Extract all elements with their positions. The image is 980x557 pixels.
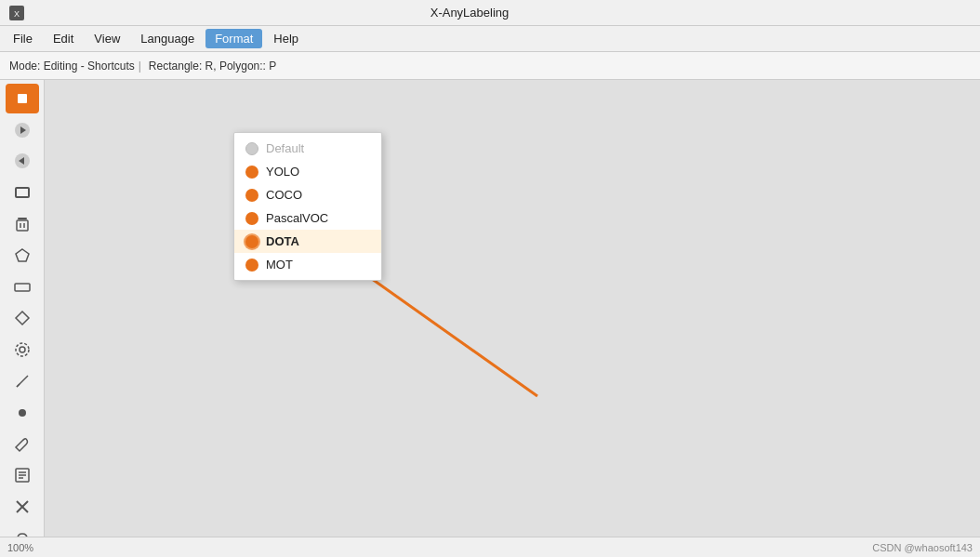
format-dot-dota bbox=[245, 235, 258, 248]
titlebar: X X-AnyLabeling bbox=[0, 0, 980, 26]
svg-marker-13 bbox=[16, 249, 29, 261]
zoom-level: 100% bbox=[7, 542, 33, 553]
arrow-annotation bbox=[45, 80, 980, 557]
svg-point-20 bbox=[19, 409, 26, 417]
settings-tool[interactable] bbox=[6, 335, 39, 365]
format-option-coco[interactable]: COCO bbox=[234, 183, 381, 206]
next-tool[interactable] bbox=[6, 115, 39, 145]
bottombar: 100% CSDN @whaosoft143 bbox=[0, 537, 980, 557]
shortcuts-text: Rectangle: R, Polygon:: P bbox=[149, 60, 276, 73]
svg-rect-8 bbox=[16, 188, 29, 197]
menu-item-edit[interactable]: Edit bbox=[44, 29, 83, 48]
menu-item-format[interactable]: Format bbox=[205, 29, 262, 48]
format-dot-mot bbox=[245, 259, 258, 272]
prev-tool[interactable] bbox=[6, 147, 39, 177]
format-option-dota[interactable]: DOTA bbox=[234, 230, 381, 253]
svg-rect-10 bbox=[17, 220, 28, 231]
menubar: File Edit View Language Format Help bbox=[0, 26, 980, 52]
toolbar bbox=[0, 80, 45, 557]
svg-marker-15 bbox=[16, 312, 29, 325]
pencil-tool[interactable] bbox=[6, 366, 39, 396]
menu-item-help[interactable]: Help bbox=[264, 29, 308, 48]
svg-line-19 bbox=[17, 384, 20, 387]
rectangle2-tool[interactable] bbox=[6, 272, 39, 302]
format-dot-pascalvoc bbox=[245, 212, 258, 225]
format-dot-coco bbox=[245, 189, 258, 202]
polygon-tool[interactable] bbox=[6, 241, 39, 271]
format-dropdown: Default YOLO COCO PascalVOC DOTA bbox=[233, 132, 382, 281]
svg-point-16 bbox=[20, 347, 25, 352]
format-option-default[interactable]: Default bbox=[234, 137, 381, 160]
dot-tool[interactable] bbox=[6, 398, 39, 428]
app-icon: X bbox=[9, 6, 24, 20]
format-option-mot[interactable]: MOT bbox=[234, 253, 381, 276]
rectangle-tool[interactable] bbox=[6, 178, 39, 207]
svg-text:X: X bbox=[14, 9, 20, 19]
edit-tool[interactable] bbox=[6, 461, 39, 491]
svg-point-17 bbox=[16, 343, 29, 356]
diamond-tool[interactable] bbox=[6, 304, 39, 334]
modebar: Mode: Editing - Shortcuts | Rectangle: R… bbox=[0, 52, 980, 80]
svg-rect-3 bbox=[18, 94, 27, 103]
close-tool[interactable] bbox=[6, 492, 39, 522]
format-option-yolo[interactable]: YOLO bbox=[234, 160, 381, 183]
menu-item-view[interactable]: View bbox=[85, 29, 129, 48]
canvas-area: Default YOLO COCO PascalVOC DOTA bbox=[45, 80, 980, 557]
format-option-pascalvoc[interactable]: PascalVOC bbox=[234, 206, 381, 230]
delete-tool[interactable] bbox=[6, 209, 39, 239]
svg-rect-14 bbox=[15, 284, 30, 291]
select-tool[interactable] bbox=[6, 84, 39, 113]
menu-item-language[interactable]: Language bbox=[131, 29, 204, 48]
format-dot-default bbox=[245, 142, 258, 155]
wrench-tool[interactable] bbox=[6, 430, 39, 459]
watermark: CSDN @whaosoft143 bbox=[872, 542, 973, 553]
mode-text: Mode: Editing - Shortcuts bbox=[9, 60, 135, 73]
main-layout: Default YOLO COCO PascalVOC DOTA bbox=[0, 80, 980, 557]
menu-item-file[interactable]: File bbox=[4, 29, 42, 48]
svg-rect-9 bbox=[18, 218, 27, 219]
format-dot-yolo bbox=[245, 166, 258, 179]
app-title: X-AnyLabeling bbox=[430, 6, 510, 20]
